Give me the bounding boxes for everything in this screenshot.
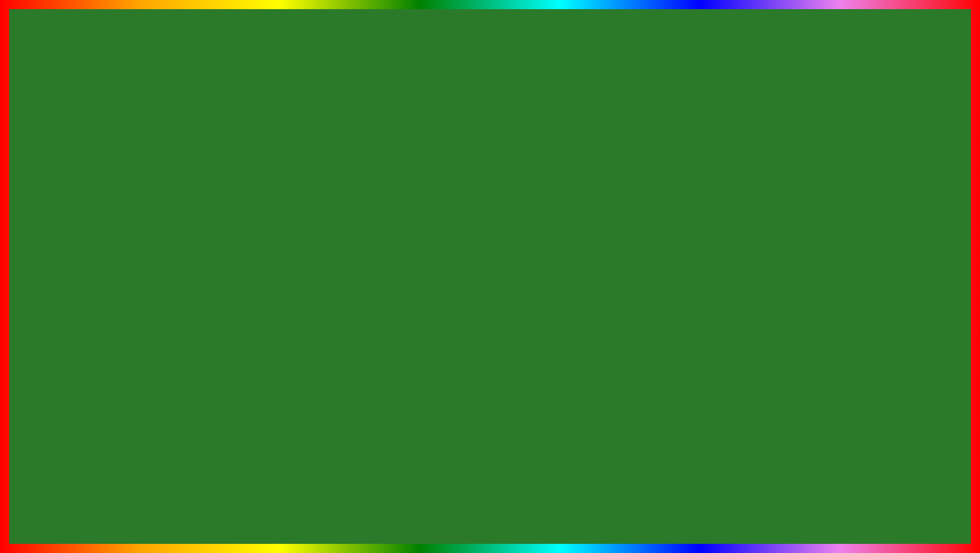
enabled-fruit-farm-right[interactable]: Enabled Fruit Farm xyxy=(679,211,798,217)
checkbox-block-right[interactable] xyxy=(680,218,685,223)
nav-home-left[interactable]: · Home · xyxy=(48,165,71,172)
svg-rect-3 xyxy=(28,71,36,81)
stats-tracker-right[interactable]: Stats Tracker xyxy=(803,219,932,225)
svg-rect-23 xyxy=(112,129,119,140)
svg-rect-80 xyxy=(480,388,500,394)
pastebin-label: PASTEBIN xyxy=(648,490,851,536)
nav-main-eggs-left[interactable]: · Main Eggs · xyxy=(112,165,145,172)
window-nav-right: · Home · · Main Farming · · Main Eggs · … xyxy=(677,164,934,174)
svg-rect-16 xyxy=(61,107,71,119)
enabled-nearest-farm-right[interactable]: Enabled Nearest Farm xyxy=(679,223,798,229)
svg-point-63 xyxy=(514,472,527,480)
select-icon-left xyxy=(49,184,54,189)
window-titlebar-left: Mobile - Pet Simulator X ☰ xyxy=(46,153,303,164)
nav-other-left[interactable]: · Other · xyxy=(179,165,202,172)
mastery-divider-right: ||--Mastery Farm--|| xyxy=(679,231,798,235)
script-label: SCRIPT xyxy=(487,490,636,536)
svg-text:★: ★ xyxy=(920,436,925,443)
auto-boost-coins-right[interactable]: Auto Boost Triple Coins xyxy=(803,201,932,207)
area-farming-header-left: ||--Area Farming--|| xyxy=(48,176,167,181)
script-window-right: Mobile - Pet Simulator X ☰ · Home · · Ma… xyxy=(676,152,935,309)
svg-rect-20 xyxy=(76,127,86,140)
svg-point-106 xyxy=(900,478,914,490)
collect-lootbag-right[interactable]: Collect Lootbag xyxy=(803,207,932,213)
checkbox-nearest-right[interactable] xyxy=(680,224,685,229)
bottom-tagline: UPDATE HUGE SCRIPT PASTEBIN xyxy=(129,482,851,538)
checkbox-leave-right[interactable] xyxy=(804,214,808,219)
svg-rect-11 xyxy=(15,124,23,134)
svg-point-96 xyxy=(886,450,892,457)
svg-rect-39 xyxy=(942,89,950,99)
select-mastery-right[interactable]: Select Mastery - Coins Mastery xyxy=(679,236,798,244)
checkbox-auto-damage-right[interactable] xyxy=(804,196,808,200)
svg-rect-35 xyxy=(929,71,937,81)
nav-misc-left[interactable]: · Miscellaneous · xyxy=(202,165,242,172)
nav-main-farming-right[interactable]: · Main Farming · xyxy=(704,165,743,172)
config-farming-panel-right: ||--Config Farming--|| Sever Boost Tripl… xyxy=(801,174,934,304)
svg-rect-75 xyxy=(499,368,505,373)
window-close-left[interactable]: ☰ xyxy=(291,155,299,162)
hide-coins-right[interactable]: Hide Coins xyxy=(803,225,932,231)
super-lag-btn-right[interactable]: Super Lag Reduction xyxy=(803,232,932,241)
select-icon-right xyxy=(680,184,685,189)
svg-point-97 xyxy=(898,450,904,457)
checkbox-stats-right[interactable] xyxy=(804,220,808,225)
svg-rect-21 xyxy=(89,127,99,140)
checkbox-enable-area-right[interactable] xyxy=(680,206,685,211)
area-farming-panel-right: ||--Area Farming--|| Select Area Refresh… xyxy=(677,174,801,304)
svg-rect-10 xyxy=(38,107,46,117)
window-close-right[interactable]: ☰ xyxy=(923,155,930,162)
nav-misc-right[interactable]: · Miscellaneous · xyxy=(834,165,874,172)
checkmark-icon: ✓ xyxy=(224,200,258,248)
select-area-right[interactable]: Select Area xyxy=(679,183,798,190)
config-header-right: ||--Config Farming--|| xyxy=(803,176,932,181)
checkbox-auto-coins-right[interactable] xyxy=(804,202,808,206)
svg-point-99 xyxy=(901,451,903,453)
nav-main-pets-right[interactable]: · Main Pets · xyxy=(778,165,809,172)
enable-area-farm-right[interactable]: Enable Area Farm xyxy=(679,205,798,211)
svg-rect-69 xyxy=(443,392,465,435)
mobile-label: MOBILE ✓ xyxy=(45,198,258,250)
checkbox-lootbag-right[interactable] xyxy=(804,208,808,213)
nav-home-right[interactable]: · Home · xyxy=(679,165,703,172)
svg-rect-9 xyxy=(28,107,36,117)
svg-rect-7 xyxy=(38,89,46,99)
nav-other-right[interactable]: · Other · xyxy=(810,165,833,172)
android-label: ANDROID xyxy=(45,250,258,301)
svg-rect-2 xyxy=(15,71,23,81)
sever-boost-coins-left: Sever Boost Triple Coins xyxy=(171,183,301,189)
svg-rect-45 xyxy=(878,107,889,119)
window-icon-left xyxy=(50,155,57,162)
window-title-right: Mobile - Pet Simulator X xyxy=(778,156,833,161)
window-titlebar-right: Mobile - Pet Simulator X ☰ xyxy=(677,153,934,164)
svg-rect-67 xyxy=(467,398,471,444)
select-area-left[interactable]: Select Area xyxy=(48,183,167,190)
huge-label: HUGE xyxy=(336,482,475,538)
window-body-right: ||--Area Farming--|| Select Area Refresh… xyxy=(677,174,934,304)
svg-rect-49 xyxy=(894,127,904,140)
enabled-block-farm-right[interactable]: Enabled Block Farm xyxy=(679,217,798,223)
type-farm-icon xyxy=(680,199,685,204)
nav-main-farming-left[interactable]: · Main Farming · xyxy=(72,165,111,172)
svg-rect-8 xyxy=(15,107,23,117)
auto-boost-damage-right[interactable]: Auto Boost Triple Damage xyxy=(803,195,932,201)
type-farm-row[interactable]: Type Farm - Multi Target - Smooth xyxy=(679,198,798,205)
checkbox-fruit-right[interactable] xyxy=(680,212,685,217)
checkbox-coins-right[interactable] xyxy=(804,226,808,231)
auto-leave-right[interactable]: Auto Leave if Mod Join xyxy=(803,213,932,219)
svg-rect-24 xyxy=(124,129,132,140)
refresh-area-btn[interactable]: Refresh Area xyxy=(679,190,798,196)
window-title-left: Mobile - Pet Simulator X xyxy=(147,156,202,161)
svg-rect-12 xyxy=(28,124,36,134)
svg-text:★: ★ xyxy=(925,480,931,488)
character-svg xyxy=(414,289,566,492)
center-character xyxy=(414,289,566,492)
sever-boost-coins-right: Sever Boost Triple Coins xyxy=(803,183,932,189)
cat-icon: ★ ★ ★ ★ xyxy=(854,416,935,497)
svg-rect-68 xyxy=(509,398,513,444)
nav-main-pets-left[interactable]: · Main Pets · xyxy=(146,165,178,172)
nav-main-eggs-right[interactable]: · Main Eggs · xyxy=(744,165,777,172)
svg-rect-66 xyxy=(465,391,515,446)
svg-rect-42 xyxy=(942,107,950,117)
window-icon-right xyxy=(681,155,689,162)
